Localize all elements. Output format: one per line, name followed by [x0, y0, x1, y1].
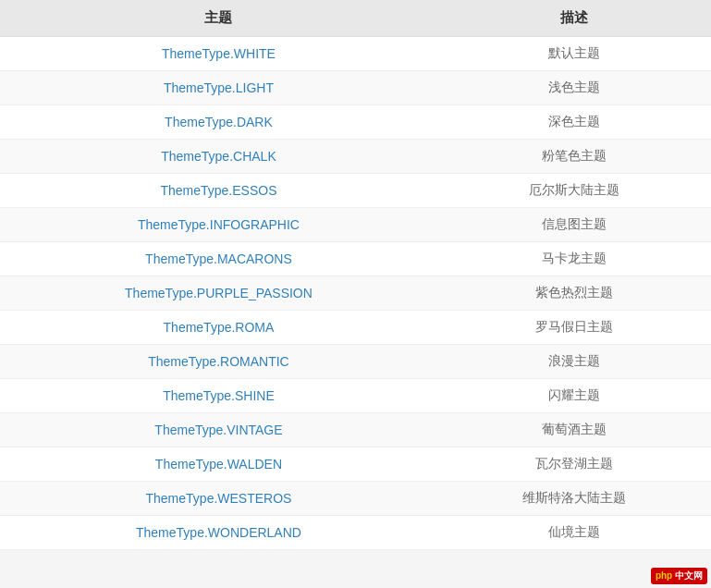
description-cell: 马卡龙主题 — [437, 242, 711, 276]
table-header-row: 主题 描述 — [0, 0, 711, 37]
table-row: ThemeType.LIGHT浅色主题 — [0, 71, 711, 105]
col-header-theme: 主题 — [0, 0, 437, 37]
description-cell: 紫色热烈主题 — [437, 276, 711, 311]
table-row: ThemeType.WHITE默认主题 — [0, 37, 711, 71]
description-cell: 信息图主题 — [437, 208, 711, 242]
theme-cell: ThemeType.WONDERLAND — [0, 516, 437, 550]
table-row: ThemeType.MACARONS马卡龙主题 — [0, 242, 711, 276]
table-row: ThemeType.VINTAGE葡萄酒主题 — [0, 413, 711, 447]
theme-cell: ThemeType.LIGHT — [0, 71, 437, 105]
php-badge: php 中文网 — [651, 568, 707, 584]
table-row: ThemeType.WONDERLAND仙境主题 — [0, 516, 711, 550]
description-cell: 闪耀主题 — [437, 379, 711, 413]
php-label: php — [656, 570, 672, 581]
theme-cell: ThemeType.WALDEN — [0, 447, 437, 482]
theme-cell: ThemeType.MACARONS — [0, 242, 437, 276]
theme-cell: ThemeType.DARK — [0, 105, 437, 140]
table-row: ThemeType.PURPLE_PASSION紫色热烈主题 — [0, 276, 711, 311]
description-cell: 瓦尔登湖主题 — [437, 447, 711, 482]
description-cell: 葡萄酒主题 — [437, 413, 711, 447]
theme-cell: ThemeType.WESTEROS — [0, 482, 437, 516]
table-row: ThemeType.INFOGRAPHIC信息图主题 — [0, 208, 711, 242]
theme-cell: ThemeType.ESSOS — [0, 174, 437, 208]
theme-cell: ThemeType.ROMA — [0, 311, 437, 345]
theme-cell: ThemeType.SHINE — [0, 379, 437, 413]
table-row: ThemeType.ESSOS厄尔斯大陆主题 — [0, 174, 711, 208]
theme-cell: ThemeType.INFOGRAPHIC — [0, 208, 437, 242]
description-cell: 浅色主题 — [437, 71, 711, 105]
table-row: ThemeType.ROMA罗马假日主题 — [0, 311, 711, 345]
theme-cell: ThemeType.CHALK — [0, 140, 437, 174]
description-cell: 厄尔斯大陆主题 — [437, 174, 711, 208]
theme-cell: ThemeType.PURPLE_PASSION — [0, 276, 437, 311]
col-header-description: 描述 — [437, 0, 711, 37]
theme-cell: ThemeType.WHITE — [0, 37, 437, 71]
theme-table-container: 主题 描述 ThemeType.WHITE默认主题ThemeType.LIGHT… — [0, 0, 711, 550]
table-row: ThemeType.SHINE闪耀主题 — [0, 379, 711, 413]
theme-cell: ThemeType.ROMANTIC — [0, 345, 437, 379]
table-row: ThemeType.ROMANTIC浪漫主题 — [0, 345, 711, 379]
description-cell: 浪漫主题 — [437, 345, 711, 379]
description-cell: 默认主题 — [437, 37, 711, 71]
table-row: ThemeType.WALDEN瓦尔登湖主题 — [0, 447, 711, 482]
description-cell: 深色主题 — [437, 105, 711, 140]
table-row: ThemeType.WESTEROS维斯特洛大陆主题 — [0, 482, 711, 516]
table-row: ThemeType.DARK深色主题 — [0, 105, 711, 140]
description-cell: 罗马假日主题 — [437, 311, 711, 345]
description-cell: 粉笔色主题 — [437, 140, 711, 174]
theme-cell: ThemeType.VINTAGE — [0, 413, 437, 447]
description-cell: 维斯特洛大陆主题 — [437, 482, 711, 516]
table-row: ThemeType.CHALK粉笔色主题 — [0, 140, 711, 174]
theme-table: 主题 描述 ThemeType.WHITE默认主题ThemeType.LIGHT… — [0, 0, 711, 550]
description-cell: 仙境主题 — [437, 516, 711, 550]
